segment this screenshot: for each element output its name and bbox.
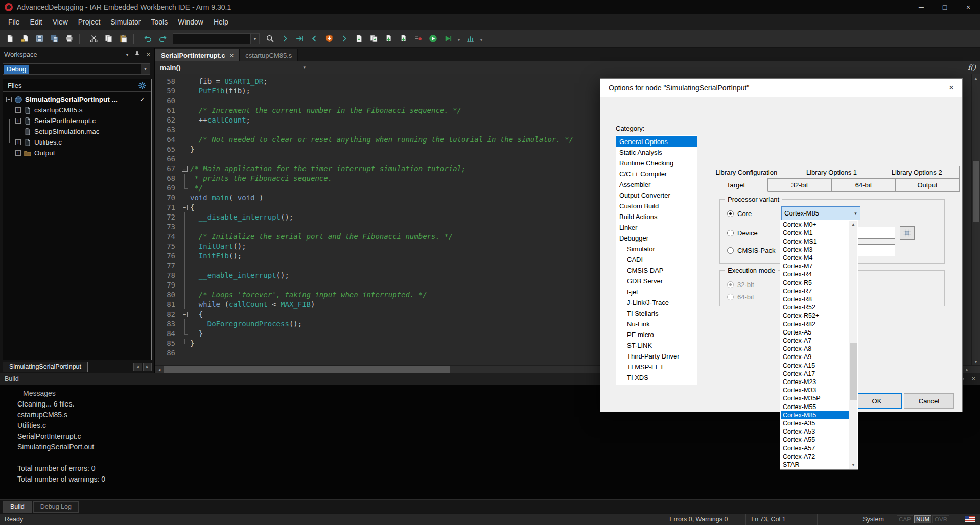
output-tab-build[interactable]: Build [3, 501, 32, 513]
dropdown-option-cortex-a72[interactable]: Cortex-A72 [781, 452, 849, 461]
expand-icon[interactable]: + [15, 107, 21, 113]
category-item-nu-link[interactable]: Nu-Link [616, 319, 697, 329]
dropdown-option-cortex-a57[interactable]: Cortex-A57 [781, 444, 849, 452]
device-radio[interactable]: Device [727, 229, 758, 237]
dropdown-option-cortex-a17[interactable]: Cortex-A17 [781, 370, 849, 378]
download-and-debug-button[interactable] [426, 32, 440, 46]
editor-tab-cstartupcm85-s[interactable]: cstartupCM85.s [240, 49, 298, 61]
category-item-linker[interactable]: Linker [616, 222, 697, 233]
editor-tab-serialportinterrupt-c[interactable]: SerialPortInterrupt.c× [155, 49, 240, 61]
navigate-back-button[interactable] [307, 32, 321, 46]
category-item-output-converter[interactable]: Output Converter [616, 190, 697, 201]
radio-32-bit[interactable]: 32-bit [727, 281, 754, 289]
vertical-scroll-thumb[interactable] [973, 161, 979, 222]
device-browse-button[interactable] [900, 226, 915, 240]
workspace-tab[interactable]: SimulatingSerialPortInput [3, 362, 88, 372]
tab-scroll-right-button[interactable]: ▸ [143, 363, 152, 371]
menu-tools[interactable]: Tools [146, 15, 173, 29]
dropdown-option-cortex-m7[interactable]: Cortex-M7 [781, 262, 849, 270]
menu-simulator[interactable]: Simulator [105, 15, 146, 29]
expand-icon[interactable]: + [15, 118, 21, 124]
dialog-close-button[interactable]: × [943, 83, 960, 93]
download-active-application-button[interactable] [381, 32, 395, 46]
dropdown-option-cortex-ms1[interactable]: Cortex-MS1 [781, 237, 849, 245]
output-tab-debug-log[interactable]: Debug Log [33, 501, 79, 513]
undo-button[interactable] [141, 32, 155, 46]
options-tab-library-configuration[interactable]: Library Configuration [704, 166, 789, 179]
dropdown-option-cortex-a5[interactable]: Cortex-A5 [781, 328, 849, 337]
tab-close-icon[interactable]: × [230, 52, 234, 59]
tab-scroll-left-button[interactable]: ◂ [133, 363, 142, 371]
dropdown-option-cortex-r7[interactable]: Cortex-R7 [781, 287, 849, 295]
menu-view[interactable]: View [48, 15, 73, 29]
menu-help[interactable]: Help [208, 15, 234, 29]
category-item-assembler[interactable]: Assembler [616, 179, 697, 190]
scroll-up-icon[interactable]: ▲ [849, 221, 857, 228]
category-item-pe-micro[interactable]: PE micro [616, 329, 697, 340]
options-tab-output[interactable]: Output [895, 179, 960, 192]
maximize-button[interactable]: □ [933, 0, 956, 14]
dropdown-option-cortex-m35p[interactable]: Cortex-M35P [781, 394, 849, 402]
dropdown-option-cortex-m33[interactable]: Cortex-M33 [781, 386, 849, 394]
radio-64-bit[interactable]: 64-bit [727, 293, 754, 301]
dropdown-option-cortex-r52[interactable]: Cortex-R52+ [781, 312, 849, 320]
cancel-button[interactable]: Cancel [904, 393, 954, 409]
compile-button[interactable] [352, 32, 366, 46]
dropdown-option-cortex-m3[interactable]: Cortex-M3 [781, 246, 849, 254]
performance-analyzer-button[interactable] [463, 32, 477, 46]
processor-variant-dropdown[interactable]: Cortex-M85 ▾ [781, 206, 860, 220]
category-item-c-c-compiler[interactable]: C/C++ Compiler [616, 169, 697, 179]
menu-window[interactable]: Window [173, 15, 208, 29]
cut-button[interactable] [86, 32, 101, 46]
menu-project[interactable]: Project [73, 15, 106, 29]
chevron-down-icon[interactable]: ▾ [250, 34, 259, 44]
tree-item-simulatingserialportinput[interactable]: −SimulatingSerialPortInput ...✓ [3, 94, 151, 105]
category-item-i-jet[interactable]: I-jet [616, 287, 697, 297]
gear-icon[interactable] [138, 81, 147, 90]
function-list-button[interactable]: f() [964, 63, 980, 71]
close-button[interactable]: × [956, 0, 980, 14]
function-selector[interactable]: main() ▾ [155, 64, 309, 71]
category-item-simulator[interactable]: Simulator [616, 244, 697, 254]
scroll-left-icon[interactable]: ◂ [155, 366, 164, 373]
expand-icon[interactable]: + [15, 150, 21, 156]
category-item-build-actions[interactable]: Build Actions [616, 211, 697, 222]
category-item-cmsis-dap[interactable]: CMSIS DAP [616, 265, 697, 276]
category-item-j-link-j-trace[interactable]: J-Link/J-Trace [616, 297, 697, 308]
dropdown-option-cortex-a15[interactable]: Cortex-A15 [781, 361, 849, 369]
category-item-runtime-checking[interactable]: Runtime Checking [616, 158, 697, 169]
new-file-button[interactable] [3, 32, 17, 46]
dropdown-option-cortex-m4[interactable]: Cortex-M4 [781, 254, 849, 262]
dropdown-option-cortex-m55[interactable]: Cortex-M55 [781, 402, 849, 411]
tree-item-serialportinterrupt-c[interactable]: +SerialPortInterrupt.c [3, 115, 151, 126]
category-item-ti-msp-fet[interactable]: TI MSP-FET [616, 362, 697, 372]
build-close-icon[interactable]: × [972, 375, 975, 383]
category-item-cadi[interactable]: CADI [616, 254, 697, 265]
fold-toggle-icon[interactable]: − [179, 203, 190, 212]
save-button[interactable] [32, 32, 46, 46]
collapse-icon[interactable]: − [6, 97, 12, 102]
search-button[interactable] [263, 32, 277, 46]
save-all-button[interactable] [47, 32, 61, 46]
scroll-down-icon[interactable]: ▾ [972, 357, 980, 365]
dropdown-option-cortex-a9[interactable]: Cortex-A9 [781, 353, 849, 361]
category-item-gdb-server[interactable]: GDB Server [616, 276, 697, 287]
scroll-down-icon[interactable]: ▼ [849, 461, 857, 469]
print-button[interactable] [62, 32, 76, 46]
dropdown-scrollbar[interactable]: ▲ ▼ [849, 221, 857, 469]
configuration-dropdown[interactable]: Debug ▾ [3, 63, 150, 75]
copy-button[interactable] [101, 32, 115, 46]
category-item-static-analysis[interactable]: Static Analysis [616, 147, 697, 158]
fold-toggle-icon[interactable]: − [179, 309, 190, 319]
debug-without-downloading-button[interactable] [440, 32, 455, 46]
category-item-st-link[interactable]: ST-LINK [616, 340, 697, 351]
fold-toggle-icon[interactable]: − [179, 164, 190, 174]
download-flash-button[interactable] [322, 32, 336, 46]
category-item-ti-stellaris[interactable]: TI Stellaris [616, 308, 697, 319]
chevron-down-icon[interactable]: ▾ [141, 64, 150, 74]
dropdown-option-cortex-a7[interactable]: Cortex-A7 [781, 337, 849, 345]
dropdown-option-cortex-r4[interactable]: Cortex-R4 [781, 270, 849, 278]
dropdown-option-cortex-r52[interactable]: Cortex-R52 [781, 303, 849, 312]
category-item-ti-xds[interactable]: TI XDS [616, 372, 697, 383]
menu-edit[interactable]: Edit [25, 15, 48, 29]
